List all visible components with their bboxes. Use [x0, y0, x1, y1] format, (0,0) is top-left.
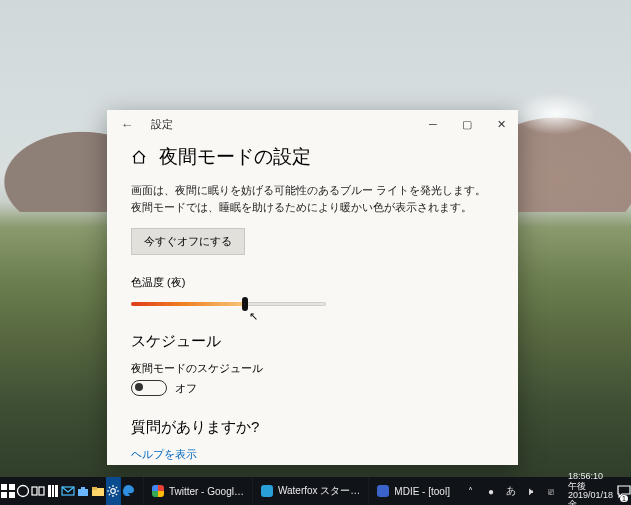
close-button[interactable]: ✕ [484, 110, 518, 138]
schedule-heading: スケジュール [131, 332, 494, 351]
ime-icon[interactable]: あ [504, 484, 518, 498]
clock-time: 18:56:10 午後 [568, 472, 613, 491]
cortana-button[interactable] [15, 477, 30, 505]
svg-rect-7 [48, 485, 51, 497]
maximize-button[interactable]: ▢ [450, 110, 484, 138]
color-temperature-label: 色温度 (夜) [131, 275, 494, 290]
task-item[interactable]: MDIE - [tool] [368, 477, 458, 505]
window-titlebar: ← 設定 ─ ▢ ✕ [107, 110, 518, 138]
page-title: 夜間モードの設定 [159, 144, 311, 170]
slider-thumb[interactable] [242, 297, 248, 311]
page-description: 画面は、夜間に眠りを妨げる可能性のあるブルー ライトを発光します。夜間モードでは… [131, 182, 494, 216]
color-temperature-slider[interactable]: ↖ [131, 298, 326, 310]
svg-rect-9 [55, 485, 58, 497]
window-app-name: 設定 [151, 117, 173, 132]
back-button[interactable]: ← [113, 117, 141, 132]
svg-rect-12 [92, 487, 97, 490]
turn-off-now-button[interactable]: 今すぐオフにする [131, 228, 245, 255]
help-link[interactable]: ヘルプを表示 [131, 447, 494, 462]
taskbar-icon[interactable] [45, 477, 60, 505]
store-icon[interactable] [75, 477, 90, 505]
home-icon [131, 149, 147, 165]
settings-window: ← 設定 ─ ▢ ✕ 夜間モードの設定 画面は、夜間に眠りを妨げる可能性のあるブ… [107, 110, 518, 465]
schedule-toggle[interactable] [131, 380, 167, 396]
svg-rect-5 [32, 487, 37, 495]
svg-rect-8 [52, 485, 54, 497]
settings-taskbar-button[interactable] [106, 477, 121, 505]
task-label: MDIE - [tool] [394, 486, 450, 497]
task-item[interactable]: Twitter - Googl… [143, 477, 252, 505]
minimize-button[interactable]: ─ [416, 110, 450, 138]
explorer-icon[interactable] [91, 477, 106, 505]
notification-badge: 1 [620, 495, 628, 502]
tray-icon[interactable]: ⎚ [544, 486, 558, 497]
svg-rect-1 [9, 484, 15, 490]
tray-chevron-icon[interactable]: ˄ [464, 486, 478, 497]
mail-icon[interactable] [60, 477, 75, 505]
question-heading: 質問がありますか? [131, 418, 494, 437]
page-heading: 夜間モードの設定 [131, 144, 494, 170]
volume-icon[interactable]: 🕨 [524, 486, 538, 497]
task-label: Waterfox スター… [278, 484, 360, 498]
system-tray[interactable]: ˄ ● あ 🕨 ⎚ [458, 477, 564, 505]
task-item[interactable]: Waterfox スター… [252, 477, 368, 505]
svg-rect-0 [1, 484, 7, 490]
tray-icon[interactable]: ● [484, 486, 498, 497]
svg-rect-6 [39, 487, 44, 495]
mdie-icon [377, 485, 389, 497]
cursor-icon: ↖ [249, 311, 258, 322]
task-label: Twitter - Googl… [169, 486, 244, 497]
taskbar: Twitter - Googl… Waterfox スター… MDIE - [t… [0, 477, 631, 505]
taskbar-clock[interactable]: 18:56:10 午後 2019/01/18 金 [564, 477, 617, 505]
svg-point-13 [111, 489, 116, 494]
schedule-toggle-label: 夜間モードのスケジュール [131, 361, 494, 376]
task-view-button[interactable] [30, 477, 45, 505]
edge-icon[interactable] [121, 477, 136, 505]
start-button[interactable] [0, 477, 15, 505]
schedule-toggle-state: オフ [175, 381, 197, 396]
svg-rect-3 [9, 492, 15, 498]
svg-point-4 [17, 486, 28, 497]
clock-date: 2019/01/18 金 [568, 491, 613, 505]
taskbar-divider [136, 477, 143, 505]
waterfox-icon [261, 485, 273, 497]
svg-rect-2 [1, 492, 7, 498]
action-center-button[interactable]: 1 [617, 477, 631, 505]
chrome-icon [152, 485, 164, 497]
